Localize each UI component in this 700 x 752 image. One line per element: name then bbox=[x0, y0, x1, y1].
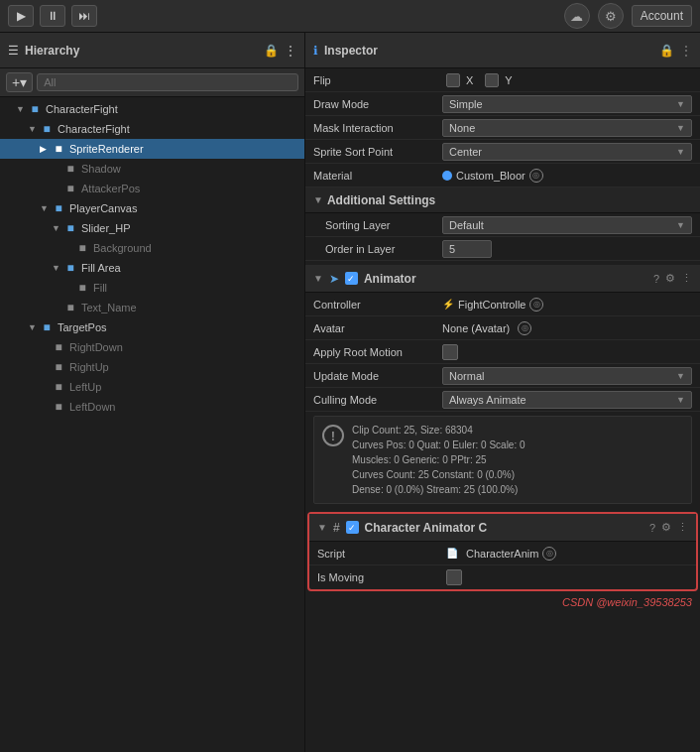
cube-icon: ■ bbox=[52, 380, 65, 394]
tree-item-attackerpos[interactable]: ■ AttackerPos bbox=[0, 179, 304, 198]
is-moving-row: Is Moving bbox=[309, 565, 696, 589]
section-arrow-icon: ▼ bbox=[313, 194, 323, 205]
cube-icon: ■ bbox=[63, 301, 77, 314]
tree-item-fill[interactable]: ■ Fill bbox=[0, 278, 304, 298]
sprite-sort-label: Sprite Sort Point bbox=[313, 146, 442, 158]
apply-root-motion-checkbox[interactable] bbox=[442, 344, 458, 360]
arrow-icon: ▼ bbox=[28, 322, 40, 332]
draw-mode-dropdown[interactable]: Simple ▼ bbox=[442, 95, 692, 113]
section-arrow-icon: ▼ bbox=[317, 522, 327, 533]
additional-settings-label: Additional Settings bbox=[327, 193, 435, 207]
tree-item-rightup[interactable]: ■ RightUp bbox=[0, 357, 304, 377]
tree-item-targetpos[interactable]: ▼ ■ TargetPos bbox=[0, 317, 304, 337]
sprite-sort-value: Center ▼ bbox=[442, 143, 692, 161]
clip-count-info: Clip Count: 25, Size: 68304 Curves Pos: … bbox=[352, 423, 525, 497]
warning-icon: ! bbox=[322, 425, 344, 446]
cube-icon: ■ bbox=[63, 221, 77, 235]
material-value: Custom_Bloor ◎ bbox=[442, 169, 692, 183]
script-target-icon[interactable]: ◎ bbox=[542, 547, 556, 561]
avatar-target-icon[interactable]: ◎ bbox=[518, 321, 531, 335]
add-hierarchy-button[interactable]: +▾ bbox=[6, 72, 33, 92]
mask-interaction-dropdown[interactable]: None ▼ bbox=[442, 119, 692, 137]
tree-item-leftup[interactable]: ■ LeftUp bbox=[0, 377, 304, 397]
watermark-area: CSDN @weixin_39538253 bbox=[305, 591, 700, 613]
flip-x-label: X bbox=[466, 74, 473, 86]
tree-item-characterfight-root[interactable]: ▼ ■ CharacterFight bbox=[0, 99, 304, 119]
tree-item-label: PlayerCanvas bbox=[69, 202, 137, 214]
sorting-layer-dropdown[interactable]: Default ▼ bbox=[442, 216, 692, 234]
tree-item-leftdown[interactable]: ■ LeftDown bbox=[0, 397, 304, 417]
inspector-panel: ℹ Inspector 🔒 ⋮ Flip X Y Draw Mode Simpl… bbox=[305, 33, 700, 752]
chevron-down-icon: ▼ bbox=[676, 123, 685, 133]
hierarchy-header: ☰ Hierarchy 🔒 ⋮ bbox=[0, 33, 304, 68]
animator-enabled-checkbox[interactable]: ✓ bbox=[345, 272, 358, 285]
inspector-options-icon[interactable]: ⋮ bbox=[680, 44, 692, 58]
tree-item-rightdown[interactable]: ■ RightDown bbox=[0, 337, 304, 357]
char-animator-settings-icon[interactable]: ⚙ bbox=[661, 521, 671, 534]
char-animator-enabled-checkbox[interactable]: ✓ bbox=[346, 521, 359, 534]
collab-icon[interactable]: ⚙ bbox=[598, 3, 624, 29]
tree-item-label: CharacterFight bbox=[58, 123, 130, 135]
main-area: ☰ Hierarchy 🔒 ⋮ +▾ ▼ ■ CharacterFight ▼ … bbox=[0, 33, 700, 752]
char-animator-help-icon[interactable]: ? bbox=[649, 522, 655, 534]
draw-mode-label: Draw Mode bbox=[313, 98, 442, 110]
step-button[interactable]: ⏭ bbox=[71, 5, 97, 27]
animator-menu-icon[interactable]: ⋮ bbox=[681, 272, 692, 285]
avatar-row: Avatar None (Avatar) ◎ bbox=[305, 316, 700, 340]
account-button[interactable]: Account bbox=[632, 5, 692, 27]
char-animator-menu-icon[interactable]: ⋮ bbox=[677, 521, 688, 534]
hierarchy-options-icon[interactable]: ⋮ bbox=[285, 44, 296, 58]
arrow-icon: ▼ bbox=[40, 203, 52, 213]
tree-item-spriterenderer[interactable]: ▶ ■ SpriteRenderer bbox=[0, 139, 304, 159]
sprite-sort-row: Sprite Sort Point Center ▼ bbox=[305, 140, 700, 164]
cloud-icon[interactable]: ☁ bbox=[564, 3, 590, 29]
avatar-label: Avatar bbox=[313, 322, 442, 334]
controller-name: FightControlle bbox=[458, 299, 525, 311]
update-mode-dropdown[interactable]: Normal ▼ bbox=[442, 367, 692, 385]
order-in-layer-label: Order in Layer bbox=[313, 243, 442, 255]
hierarchy-panel: ☰ Hierarchy 🔒 ⋮ +▾ ▼ ■ CharacterFight ▼ … bbox=[0, 33, 305, 752]
update-mode-value: Normal ▼ bbox=[442, 367, 692, 385]
draw-mode-value: Simple ▼ bbox=[442, 95, 692, 113]
controller-target-icon[interactable]: ◎ bbox=[529, 298, 543, 312]
tree-item-slider-hp[interactable]: ▼ ■ Slider_HP bbox=[0, 218, 304, 238]
is-moving-value bbox=[446, 569, 688, 585]
script-value: 📄 CharacterAnim ◎ bbox=[446, 547, 688, 561]
pause-button[interactable]: ⏸ bbox=[40, 5, 65, 27]
controller-label: Controller bbox=[313, 299, 442, 311]
chevron-down-icon: ▼ bbox=[676, 147, 685, 157]
tree-item-playercanvas[interactable]: ▼ ■ PlayerCanvas bbox=[0, 198, 304, 218]
char-animator-title: Character Animator C bbox=[365, 521, 643, 535]
tree-item-fill-area[interactable]: ▼ ■ Fill Area bbox=[0, 258, 304, 278]
tree-item-characterfight-child[interactable]: ▼ ■ CharacterFight bbox=[0, 119, 304, 139]
material-target-icon[interactable]: ◎ bbox=[529, 169, 543, 183]
additional-settings-header[interactable]: ▼ Additional Settings bbox=[305, 188, 700, 213]
hierarchy-lock-icon[interactable]: 🔒 bbox=[264, 44, 279, 58]
draw-mode-row: Draw Mode Simple ▼ bbox=[305, 92, 700, 116]
script-label: Script bbox=[317, 548, 446, 560]
animator-title: Animator bbox=[364, 272, 647, 286]
order-in-layer-input[interactable] bbox=[442, 240, 492, 258]
inspector-lock-icon[interactable]: 🔒 bbox=[659, 44, 674, 58]
controller-row: Controller ⚡ FightControlle ◎ bbox=[305, 293, 700, 316]
is-moving-checkbox[interactable] bbox=[446, 569, 462, 585]
tree-item-shadow[interactable]: ■ Shadow bbox=[0, 159, 304, 179]
chevron-down-icon: ▼ bbox=[676, 395, 685, 405]
animator-icon: ➤ bbox=[329, 272, 339, 286]
sprite-sort-dropdown[interactable]: Center ▼ bbox=[442, 143, 692, 161]
tree-item-label: Text_Name bbox=[81, 302, 137, 313]
flip-y-checkbox[interactable] bbox=[485, 73, 499, 87]
animator-settings-icon[interactable]: ⚙ bbox=[665, 272, 675, 285]
cube-icon: ■ bbox=[52, 340, 65, 354]
cube-icon: ■ bbox=[52, 400, 65, 414]
animator-help-icon[interactable]: ? bbox=[653, 273, 659, 285]
culling-mode-dropdown[interactable]: Always Animate ▼ bbox=[442, 391, 692, 409]
chevron-down-icon: ▼ bbox=[676, 99, 685, 109]
hash-icon: # bbox=[333, 521, 340, 535]
play-button[interactable]: ▶ bbox=[8, 5, 34, 27]
hierarchy-search-input[interactable] bbox=[37, 73, 298, 91]
flip-x-checkbox[interactable] bbox=[446, 73, 460, 87]
tree-item-background[interactable]: ■ Background bbox=[0, 238, 304, 258]
tree-item-text-name[interactable]: ■ Text_Name bbox=[0, 298, 304, 317]
tree-item-label: Shadow bbox=[81, 163, 121, 175]
